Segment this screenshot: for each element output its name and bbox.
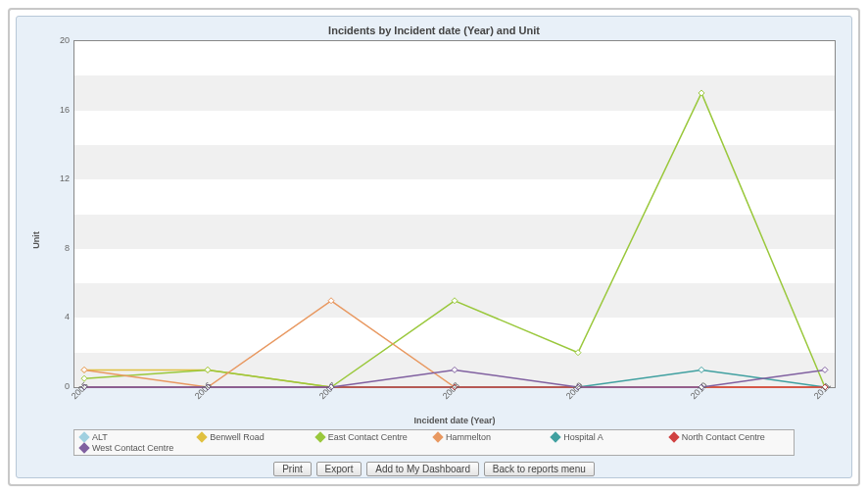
legend-swatch-icon xyxy=(551,431,561,442)
series-line xyxy=(84,301,825,387)
add-to-dashboard-button[interactable]: Add to My Dashboard xyxy=(366,462,479,476)
legend-label: North Contact Centre xyxy=(682,432,765,442)
legend-swatch-icon xyxy=(197,431,208,442)
legend-label: West Contact Centre xyxy=(92,443,173,453)
chart-container: Incidents by Incident date (Year) and Un… xyxy=(24,25,844,456)
export-button[interactable]: Export xyxy=(316,462,362,476)
button-row: Print Export Add to My Dashboard Back to… xyxy=(24,462,844,476)
x-tick-label: 2011 xyxy=(812,380,833,401)
legend-item: Benwell Road xyxy=(198,432,315,442)
back-to-reports-button[interactable]: Back to reports menu xyxy=(484,462,595,476)
legend-label: East Contact Centre xyxy=(328,432,408,442)
y-axis-label: Unit xyxy=(31,231,41,249)
legend-label: Benwell Road xyxy=(210,432,265,442)
legend-label: Hammelton xyxy=(446,432,491,442)
print-button[interactable]: Print xyxy=(273,462,312,476)
y-tick-label: 8 xyxy=(46,243,70,253)
legend-item: East Contact Centre xyxy=(316,432,434,442)
y-tick-label: 16 xyxy=(46,105,70,115)
data-point-marker xyxy=(822,367,828,372)
data-point-marker xyxy=(205,367,211,372)
chart-title: Incidents by Incident date (Year) and Un… xyxy=(24,25,844,36)
outer-frame: Incidents by Incident date (Year) and Un… xyxy=(8,8,860,486)
y-tick-label: 4 xyxy=(46,312,70,321)
legend-item: North Contact Centre xyxy=(670,432,788,442)
x-tick-label: 2007 xyxy=(317,380,338,401)
legend-swatch-icon xyxy=(432,431,443,442)
y-tick-label: 0 xyxy=(46,381,70,391)
legend-item: ALT xyxy=(80,432,198,442)
report-panel: Incidents by Incident date (Year) and Un… xyxy=(16,16,852,478)
x-tick-label: 2009 xyxy=(564,380,585,401)
y-tick-label: 20 xyxy=(46,35,70,45)
legend-label: ALT xyxy=(92,432,108,442)
data-point-marker xyxy=(452,367,458,372)
chart-lines xyxy=(74,41,835,387)
legend: ALTBenwell RoadEast Contact CentreHammel… xyxy=(73,429,795,456)
plot-area xyxy=(73,40,836,388)
legend-item: Hammelton xyxy=(434,432,552,442)
data-point-marker xyxy=(575,350,581,356)
legend-swatch-icon xyxy=(314,431,325,442)
data-point-marker xyxy=(81,367,87,372)
data-point-marker xyxy=(699,90,704,96)
x-tick-label: 2010 xyxy=(688,380,708,401)
x-tick-label: 2006 xyxy=(193,380,214,401)
x-ticks: 2005200620072008200920102011 xyxy=(73,380,836,410)
legend-item: West Contact Centre xyxy=(80,443,198,453)
legend-swatch-icon xyxy=(78,431,89,442)
legend-swatch-icon xyxy=(78,442,89,453)
legend-swatch-icon xyxy=(668,431,679,442)
x-tick-label: 2005 xyxy=(70,380,90,401)
x-tick-label: 2008 xyxy=(441,380,461,401)
legend-item: Hospital A xyxy=(552,432,669,442)
y-ticks: 048121620 xyxy=(46,40,70,388)
x-axis-label: Incident date (Year) xyxy=(73,416,836,425)
data-point-marker xyxy=(699,367,704,372)
y-tick-label: 12 xyxy=(46,173,70,183)
plot-wrap: 048121620 xyxy=(73,40,836,388)
legend-label: Hospital A xyxy=(563,432,603,442)
series-line xyxy=(84,93,825,387)
